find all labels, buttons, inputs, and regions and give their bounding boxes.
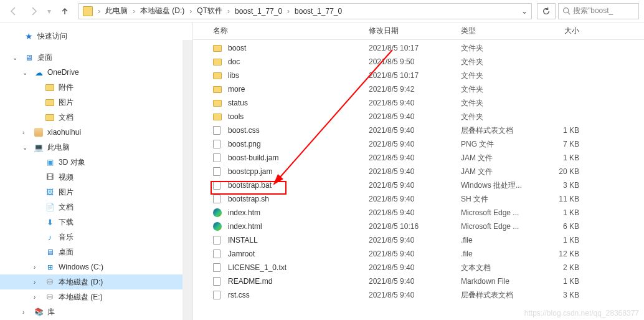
sidebar-3d-objects[interactable]: ▣3D 对象 [0, 155, 192, 170]
sidebar-quick-access[interactable]: ★快速访问 [0, 29, 192, 44]
file-name: LICENSE_1_0.txt [228, 263, 369, 272]
sidebar-videos[interactable]: 🎞视频 [0, 170, 192, 185]
download-icon: ⬇ [45, 217, 55, 227]
address-bar[interactable]: › 此电脑 › 本地磁盘 (D:) › QT软件 › boost_1_77_0 … [78, 3, 532, 19]
sidebar-user[interactable]: ›xiaohuihui [0, 125, 192, 140]
file-row[interactable]: more2021/8/5 9:42文件夹 [193, 82, 644, 96]
chevron-right-icon[interactable]: › [286, 7, 291, 16]
file-date: 2021/8/5 9:42 [369, 85, 461, 94]
file-type: 文本文档 [461, 263, 542, 273]
chevron-right-icon[interactable]: › [226, 7, 231, 16]
file-row[interactable]: boostcpp.jam2021/8/5 9:40JAM 文件20 KB [193, 165, 644, 178]
recent-dropdown[interactable]: ▾ [45, 2, 54, 20]
sidebar-onedrive[interactable]: ⌄☁OneDrive [0, 65, 192, 80]
file-row[interactable]: boost-build.jam2021/8/5 9:40JAM 文件1 KB [193, 151, 644, 165]
breadcrumb-4[interactable]: boost_1_77_0 [292, 7, 344, 16]
file-name: INSTALL [228, 236, 369, 245]
sidebar-disk-e[interactable]: ›⛁本地磁盘 (E:) [0, 289, 192, 304]
address-dropdown-icon[interactable]: ⌄ [521, 7, 528, 16]
file-name: status [228, 99, 369, 107]
file-name: bootstrap.sh [228, 195, 369, 203]
sidebar-label: 下载 [59, 217, 73, 228]
sidebar-scrollbar[interactable] [182, 40, 192, 320]
sidebar-pictures[interactable]: 图片 [0, 95, 192, 110]
sidebar-attachments[interactable]: 附件 [0, 80, 192, 95]
disk-icon: ⛁ [45, 292, 55, 302]
file-type: JAM 文件 [461, 153, 542, 163]
chevron-right-icon[interactable]: › [131, 7, 136, 16]
sidebar-label: 本地磁盘 (D:) [59, 277, 103, 288]
chevron-right-icon[interactable]: › [188, 7, 193, 16]
file-row[interactable]: Jamroot2021/8/5 9:40.file12 KB [193, 247, 644, 261]
file-type: 层叠样式表文档 [461, 125, 542, 136]
watermark: https://blog.csdn.net/qq_28368377 [524, 309, 639, 318]
file-name: Jamroot [228, 250, 369, 258]
breadcrumb-1[interactable]: 本地磁盘 (D:) [138, 6, 187, 16]
file-row[interactable]: status2021/8/5 9:40文件夹 [193, 96, 644, 110]
file-type: .file [461, 236, 542, 245]
column-type[interactable]: 类型 [461, 26, 542, 36]
column-date[interactable]: 修改日期 [369, 26, 461, 36]
sidebar-documents[interactable]: 文档 [0, 110, 192, 125]
sidebar-pictures2[interactable]: 🖼图片 [0, 185, 192, 200]
file-row[interactable]: boost.png2021/8/5 9:40PNG 文件7 KB [193, 137, 644, 151]
sidebar: ★快速访问 ⌄🖥桌面 ⌄☁OneDrive 附件 图片 文档 ›xiaohuih… [0, 22, 193, 320]
file-row[interactable]: bootstrap.sh2021/8/5 9:40SH 文件11 KB [193, 192, 644, 206]
content-area: 名称 修改日期 类型 大小 boost2021/8/5 10:17文件夹doc2… [193, 22, 644, 320]
sidebar-disk-d[interactable]: ›⛁本地磁盘 (D:) [0, 274, 192, 289]
breadcrumb-2[interactable]: QT软件 [194, 6, 225, 16]
file-row[interactable]: rst.css2021/8/5 9:40层叠样式表文档3 KB [193, 288, 644, 302]
file-icon [213, 125, 224, 135]
desktop-icon: 🖥 [45, 247, 55, 257]
sidebar-documents2[interactable]: 📄文档 [0, 200, 192, 215]
file-row[interactable]: LICENSE_1_0.txt2021/8/5 9:40文本文档2 KB [193, 261, 644, 274]
file-row[interactable]: INSTALL2021/8/5 9:40.file1 KB [193, 233, 644, 247]
file-row[interactable]: bootstrap.bat2021/8/5 9:40Windows 批处理...… [193, 178, 644, 192]
back-button[interactable] [5, 2, 22, 20]
file-date: 2021/8/5 9:40 [369, 140, 461, 148]
file-row[interactable]: index.html2021/8/5 10:16Microsoft Edge .… [193, 220, 644, 233]
chevron-right-icon[interactable]: › [97, 7, 102, 16]
sidebar-library[interactable]: ›📚库 [0, 304, 192, 319]
file-row[interactable]: README.md2021/8/5 9:40Markdown File1 KB [193, 274, 644, 288]
sidebar-label: 此电脑 [47, 142, 70, 153]
breadcrumb-3[interactable]: boost_1_77_0 [232, 7, 285, 16]
library-icon: 📚 [34, 307, 44, 317]
file-type: 文件夹 [461, 57, 542, 67]
file-size: 2 KB [542, 263, 579, 272]
file-row[interactable]: tools2021/8/5 9:40文件夹 [193, 110, 644, 124]
breadcrumb-0[interactable]: 此电脑 [103, 6, 130, 16]
file-row[interactable]: libs2021/8/5 10:17文件夹 [193, 69, 644, 82]
star-icon: ★ [24, 31, 34, 41]
sidebar-this-pc[interactable]: ⌄💻此电脑 [0, 140, 192, 155]
search-placeholder: 搜索"boost_ [573, 6, 613, 16]
file-size: 12 KB [542, 250, 579, 258]
sidebar-downloads[interactable]: ⬇下载 [0, 215, 192, 230]
file-size: 1 KB [542, 153, 579, 162]
file-row[interactable]: boost2021/8/5 10:17文件夹 [193, 41, 644, 55]
up-button[interactable] [56, 2, 73, 20]
file-date: 2021/8/5 9:40 [369, 236, 461, 245]
sidebar-desktop[interactable]: ⌄🖥桌面 [0, 50, 192, 65]
file-size: 3 KB [542, 291, 579, 299]
file-row[interactable]: index.htm2021/8/5 9:40Microsoft Edge ...… [193, 206, 644, 220]
file-row[interactable]: boost.css2021/8/5 9:40层叠样式表文档1 KB [193, 124, 644, 137]
file-type: 文件夹 [461, 112, 542, 122]
sidebar-music[interactable]: ♪音乐 [0, 230, 192, 245]
sidebar-label: xiaohuihui [47, 128, 81, 137]
file-icon [213, 70, 224, 80]
file-row[interactable]: doc2021/8/5 9:50文件夹 [193, 55, 644, 69]
file-name: rst.css [228, 291, 369, 299]
file-date: 2021/8/5 10:17 [369, 71, 461, 80]
sidebar-desktop2[interactable]: 🖥桌面 [0, 245, 192, 259]
refresh-button[interactable] [537, 3, 556, 19]
sidebar-disk-c[interactable]: ›⊞Windows (C:) [0, 259, 192, 274]
column-size[interactable]: 大小 [542, 26, 579, 36]
column-name[interactable]: 名称 [213, 26, 369, 36]
file-size: 1 KB [542, 236, 579, 245]
search-input[interactable]: 搜索"boost_ [558, 3, 639, 19]
sidebar-label: 本地磁盘 (E:) [59, 292, 103, 303]
file-size: 6 KB [542, 222, 579, 231]
pc-icon: 💻 [34, 142, 44, 152]
forward-button[interactable] [25, 2, 42, 20]
